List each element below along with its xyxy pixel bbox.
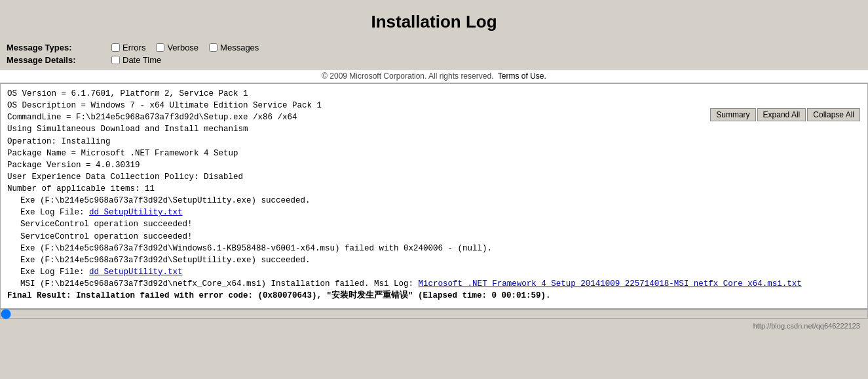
copyright-text: © 2009 Microsoft Corporation. All rights…	[322, 71, 493, 81]
log-line: ServiceControl operation succeeded!	[7, 231, 861, 243]
expand-all-button[interactable]: Expand All	[757, 108, 806, 121]
messages-checkbox[interactable]	[209, 43, 217, 52]
log-line: ServiceControl operation succeeded!	[7, 218, 861, 230]
footer-url: http://blog.csdn.net/qq646222123	[753, 322, 860, 330]
log-line: Using Simultaneous Download and Install …	[7, 123, 861, 135]
log-line: Number of applicable items: 11	[7, 183, 861, 195]
copyright-bar: © 2009 Microsoft Corporation. All rights…	[0, 69, 868, 83]
log-line: OS Version = 6.1.7601, Platform 2, Servi…	[7, 88, 861, 100]
verbose-checkbox[interactable]	[156, 43, 164, 52]
footer-bar: http://blog.csdn.net/qq646222123	[0, 318, 868, 332]
errors-checkbox-item[interactable]: Errors	[111, 43, 145, 52]
summary-button[interactable]: Summary	[710, 108, 755, 121]
terms-link[interactable]: Terms of Use.	[498, 71, 546, 81]
log-line: MSI (F:\b214e5c968a673a7f3d92d\netfx_Cor…	[7, 278, 861, 290]
log-line-link[interactable]: dd_SetupUtility.txt	[89, 268, 183, 277]
log-line: Operation: Installing	[7, 136, 861, 148]
messages-label: Messages	[220, 43, 259, 52]
page-title: Installation Log	[0, 12, 868, 32]
collapse-all-button[interactable]: Collapse All	[807, 108, 860, 121]
datetime-checkbox[interactable]	[111, 56, 120, 64]
horizontal-scrollbar[interactable]	[0, 309, 868, 318]
log-line-text: Exe Log File:	[20, 268, 89, 277]
log-line: Final Result: Installation failed with e…	[7, 290, 861, 302]
messages-checkbox-item[interactable]: Messages	[209, 43, 259, 52]
verbose-checkbox-item[interactable]: Verbose	[156, 43, 198, 52]
datetime-label: Date Time	[123, 55, 161, 65]
log-line-link[interactable]: dd_SetupUtility.txt	[89, 208, 183, 217]
errors-label: Errors	[123, 43, 145, 52]
log-line: Package Version = 4.0.30319	[7, 159, 861, 171]
log-line: Exe (F:\b214e5c968a673a7f3d92d\SetupUtil…	[7, 254, 861, 266]
log-line: Exe Log File: dd_SetupUtility.txt	[7, 266, 861, 278]
log-line: User Experience Data Collection Policy: …	[7, 171, 861, 183]
log-line-text: Exe Log File:	[20, 208, 89, 217]
message-types-label: Message Types:	[7, 43, 111, 52]
hscroll-input[interactable]	[0, 309, 868, 319]
log-line: Exe (F:\b214e5c968a673a7f3d92d\Windows6.…	[7, 243, 861, 254]
datetime-checkbox-item[interactable]: Date Time	[111, 55, 161, 65]
log-line-link[interactable]: Microsoft .NET Framework 4 Setup_2014100…	[419, 279, 802, 289]
top-buttons-area: Summary Expand All Collapse All	[710, 108, 860, 121]
log-line-text: MSI (F:\b214e5c968a673a7f3d92d\netfx_Cor…	[20, 279, 419, 289]
log-line: Exe Log File: dd_SetupUtility.txt	[7, 207, 861, 218]
log-line: Package Name = Microsoft .NET Framework …	[7, 148, 861, 159]
verbose-label: Verbose	[167, 43, 198, 52]
log-line: Exe (F:\b214e5c968a673a7f3d92d\SetupUtil…	[7, 195, 861, 207]
message-details-label: Message Details:	[7, 55, 111, 65]
errors-checkbox[interactable]	[111, 43, 120, 52]
